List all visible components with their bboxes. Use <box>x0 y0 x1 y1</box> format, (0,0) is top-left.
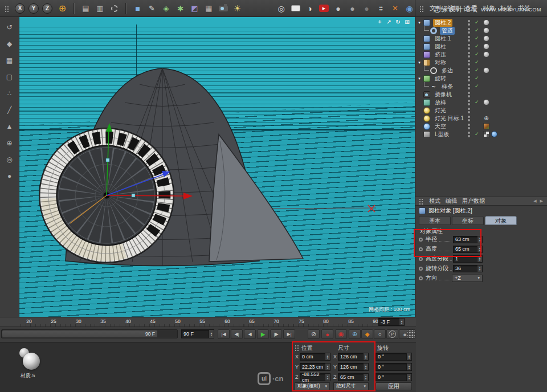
enabled-check-icon[interactable]: ✓ <box>475 83 479 89</box>
height-segments-field[interactable]: 1 <box>453 255 483 263</box>
play-button[interactable]: ▶ <box>257 329 269 339</box>
visibility-dots[interactable] <box>468 60 471 66</box>
primitive-cube-icon[interactable]: ■ <box>131 2 144 15</box>
panel-grip-icon[interactable] <box>295 344 300 351</box>
object-name[interactable]: 摄像机 <box>433 91 454 99</box>
phong-tag-icon[interactable] <box>483 51 489 58</box>
preview-range-bar[interactable]: 90 F <box>2 330 157 337</box>
object-row[interactable]: ~ 样条 ✓ <box>417 83 546 91</box>
history-back-icon[interactable]: ◀ <box>533 199 536 203</box>
spinner-icon[interactable] <box>363 364 368 370</box>
keyframe-dot-icon[interactable] <box>419 276 423 280</box>
snap-icon[interactable]: ◉ <box>403 2 416 15</box>
coordinate-system-icon[interactable]: ⊕ <box>56 2 69 15</box>
workplane-axis-icon[interactable]: ✕ <box>389 2 402 15</box>
object-row[interactable]: ▾ 圆柱.2 ✓ <box>417 19 546 27</box>
texture-mode-icon[interactable]: ▦ <box>3 55 16 66</box>
object-row[interactable]: 灯光.目标.1 ⊕ <box>417 115 546 122</box>
spinner-icon[interactable] <box>325 364 330 370</box>
viewport-3d[interactable]: + ↗ ↻ ⊞ 网格间距 : 100 cm <box>19 17 415 317</box>
polygons-mode-icon[interactable]: ▲ <box>3 121 16 132</box>
material-tag-icon[interactable] <box>491 131 497 137</box>
expand-caret-icon[interactable]: ▾ <box>417 60 422 65</box>
object-row[interactable]: 天空 <box>417 122 546 130</box>
shading-sphere-icon-1[interactable]: ● <box>332 2 345 15</box>
object-name[interactable]: 圆柱.2 <box>433 19 452 27</box>
edges-mode-icon[interactable]: ╱ <box>3 104 16 116</box>
object-name[interactable]: 天空 <box>433 122 448 130</box>
rotate-view-icon[interactable]: ↻ <box>395 19 401 25</box>
simulate-icon[interactable]: ∗ <box>174 2 187 15</box>
object-row[interactable]: 管道 ✓ <box>417 27 546 35</box>
spinner-icon[interactable] <box>363 374 368 381</box>
enabled-check-icon[interactable]: ✓ <box>475 75 479 81</box>
orientation-dropdown[interactable]: +Z <box>452 275 483 282</box>
snap-toggle-icon[interactable]: ● <box>3 170 16 182</box>
autokey-button[interactable]: ◆ <box>361 329 373 339</box>
size-x-field[interactable]: 126 cm <box>338 353 369 361</box>
viewport-solo-icon[interactable]: ◎ <box>3 154 16 165</box>
object-row[interactable]: ▾ 对称 ✓ <box>417 59 546 67</box>
environment-icon[interactable]: ▦ <box>202 2 215 15</box>
phong-tag-icon[interactable] <box>483 19 489 26</box>
target-display-icon[interactable]: ◎ <box>275 2 288 15</box>
history-forward-icon[interactable]: ▶ <box>540 199 543 203</box>
render-picture-viewer-icon[interactable]: ▥ <box>93 2 107 15</box>
keyframe-dot-icon[interactable] <box>419 247 423 251</box>
phong-tag-icon[interactable] <box>483 27 489 34</box>
visibility-dots[interactable] <box>468 52 471 58</box>
y-axis-handle[interactable] <box>106 158 109 162</box>
rotation-p-field[interactable]: 0 ° <box>375 363 412 371</box>
timeline-ruler[interactable]: 20 25 30 35 40 45 50 55 60 65 70 75 80 8… <box>0 317 416 327</box>
display-half-icon[interactable]: ◑ <box>303 2 316 15</box>
object-row[interactable]: 摄像机 <box>417 91 546 99</box>
tab-basic[interactable]: 基本 <box>419 216 451 225</box>
am-menu-edit[interactable]: 编辑 <box>446 197 457 205</box>
visibility-dots[interactable] <box>468 68 471 74</box>
preview-range-track[interactable]: 90 F <box>1 329 178 338</box>
visibility-dots[interactable] <box>468 44 471 50</box>
lock-z-axis-button[interactable]: Z <box>42 3 52 14</box>
next-key-button[interactable]: |▶ <box>270 329 282 339</box>
om-menu-tag[interactable]: 标签 <box>500 4 513 13</box>
object-row[interactable]: L型板 ✓ <box>417 130 546 138</box>
shading-sphere-icon-2[interactable]: ● <box>346 2 359 15</box>
cloner-icon[interactable]: ◈ <box>160 2 173 15</box>
visibility-dots[interactable] <box>468 124 471 129</box>
spinner-icon[interactable] <box>406 353 411 360</box>
spinner-icon[interactable] <box>325 353 330 360</box>
visibility-dots[interactable] <box>468 36 471 42</box>
radius-field[interactable]: 63 cm <box>453 236 483 243</box>
keyframe-dot-icon[interactable] <box>419 238 423 242</box>
visibility-dots[interactable] <box>468 132 471 137</box>
size-y-field[interactable]: 126 cm <box>338 363 369 371</box>
position-y-field[interactable]: 22.23 cm <box>300 363 330 371</box>
deformer-icon[interactable]: ◩ <box>188 2 201 15</box>
keyframe-dot-icon[interactable] <box>419 267 423 271</box>
om-menu-bookmark[interactable]: 书签 <box>518 4 530 13</box>
previous-key-button[interactable]: ◀| <box>231 329 243 339</box>
position-x-field[interactable]: 0 cm <box>300 353 330 361</box>
enabled-check-icon[interactable]: ✓ <box>475 27 479 33</box>
points-mode-icon[interactable]: ∴ <box>3 88 16 99</box>
am-menu-userdata[interactable]: 用户数据 <box>462 197 485 205</box>
lock-y-axis-button[interactable]: Y <box>28 3 39 14</box>
expand-caret-icon[interactable]: ▾ <box>417 21 422 25</box>
material-thumbnail[interactable] <box>19 348 42 371</box>
visibility-dots[interactable] <box>468 20 471 26</box>
object-row[interactable]: 灯光 <box>417 107 546 115</box>
object-name[interactable]: 挤压 <box>433 51 448 59</box>
om-menu-file[interactable]: 文件 <box>430 4 442 13</box>
keyframe-scale-button[interactable]: ○ <box>374 329 386 339</box>
current-frame-field[interactable]: 90 F <box>181 329 214 338</box>
position-z-field[interactable]: -88.552 cm <box>300 373 330 381</box>
position-mode-dropdown[interactable]: 对象(相对) <box>295 382 330 390</box>
am-menu-mode[interactable]: 模式 <box>429 197 440 205</box>
record-button[interactable]: ● <box>321 329 333 339</box>
spinner-icon[interactable] <box>399 318 404 325</box>
keyframe-selection-button[interactable]: P <box>386 329 398 339</box>
enable-axis-icon[interactable]: ⊕ <box>3 137 16 149</box>
object-row[interactable]: 圆柱.1 ✓ <box>417 35 546 43</box>
size-z-field[interactable]: 65 cm <box>338 373 369 381</box>
workplane-mode-icon[interactable]: ▢ <box>3 71 16 83</box>
